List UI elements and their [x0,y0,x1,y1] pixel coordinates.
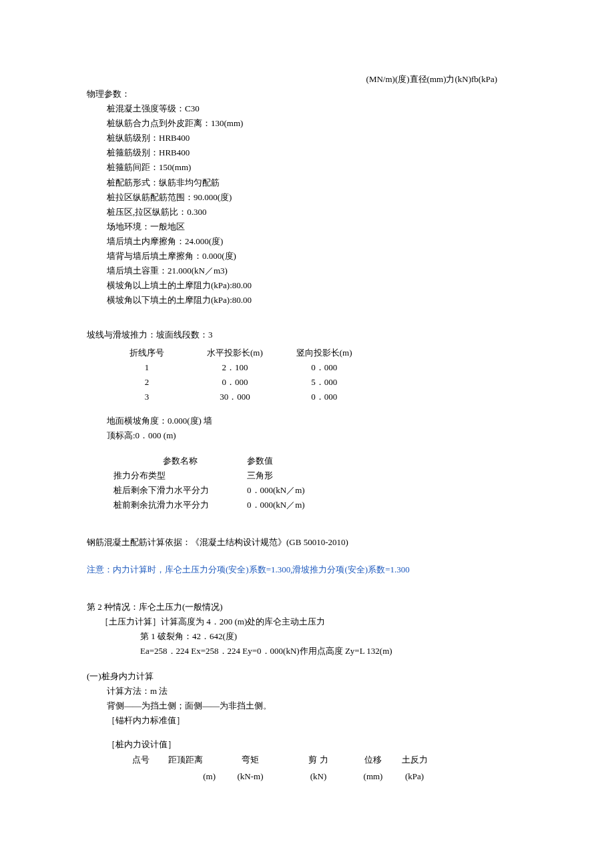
cell: (mm) [352,769,394,785]
cell: 0．000(kN／m) [247,498,305,512]
table-row: 推力分布类型 三角形 [113,468,305,483]
slope-section: 坡线与滑坡推力：坡面线段数：3 折线序号 水平投影长(m) 竖向投影长(m) 1… [87,328,527,512]
table-header-row: 点号 距顶距离 弯矩 剪 力 位移 土反力 [127,752,435,768]
calc-section: (一)桩身内力计算 计算方法：m 法 背侧——为挡土侧；面侧——为非挡土侧。 ［… [87,669,527,785]
cell: 5．000 [290,375,359,390]
case2-line2: 第 1 破裂角：42．642(度) [87,629,527,644]
note-line: 地面横坡角度：0.000(度) 墙 [107,414,527,428]
unit-legend: (MN/m)(度)直径(mm)力(kN)fb(kPa) [366,72,497,87]
table-header-row: 参数名称 参数值 [113,454,305,468]
col-header: 竖向投影长(m) [290,346,359,360]
cell: 桩后剩余下滑力水平分力 [113,483,247,498]
col-header: 折线序号 [113,346,180,360]
param-line: 墙背与墙后填土摩擦角：0.000(度) [107,249,527,264]
param-line: 横坡角以上填土的土摩阻力(kPa):80.00 [107,278,527,293]
param-line: 场地环境：一般地区 [107,220,527,234]
col-header: 弯矩 [216,752,284,768]
calc-heading: (一)桩身内力计算 [87,669,527,684]
cell: (kPa) [394,769,435,785]
case2-line1: ［土压力计算］计算高度为 4．200 (m)处的库仑主动土压力 [87,614,527,629]
table-row: 桩后剩余下滑力水平分力 0．000(kN／m) [113,483,305,498]
design-values-table: 点号 距顶距离 弯矩 剪 力 位移 土反力 (m) (kN-m) (kN) (m… [127,752,435,784]
cell: 2 [113,375,180,390]
col-header: 点号 [127,752,155,768]
param-line: 桩拉区纵筋配筋范围：90.000(度) [107,190,527,205]
param-line: 桩压区,拉区纵筋比：0.300 [107,205,527,220]
document-page: (MN/m)(度)直径(mm)力(kN)fb(kPa) 物理参数： 桩混凝土强度… [0,0,614,868]
cell: 1 [113,360,180,375]
table-unit-row: (m) (kN-m) (kN) (mm) (kPa) [127,769,435,785]
cell [127,769,155,785]
col-header: 土反力 [394,752,435,768]
case2-line3: Ea=258．224 Ex=258．224 Ey=0．000(kN)作用点高度 … [87,644,527,659]
param-line: 桩箍筋间距：150(mm) [107,160,527,175]
param-line: 墙后填土内摩擦角：24.000(度) [107,234,527,249]
design-title: ［桩内力设计值］ [87,737,527,752]
physics-heading: 物理参数： [87,87,527,101]
cell: 0．000 [180,375,290,390]
col-header: 剪 力 [284,752,352,768]
cell: 3 [113,390,180,404]
cell: 0．000(kN／m) [247,483,305,498]
push-param-table: 参数名称 参数值 推力分布类型 三角形 桩后剩余下滑力水平分力 0．000(kN… [113,454,305,512]
safety-notice: 注意：内力计算时，库仑土压力分项(安全)系数=1.300,滑坡推力分项(安全)系… [87,562,527,577]
slope-notes: 地面横坡角度：0.000(度) 墙 顶标高:0．000 (m) [87,414,527,443]
cell: 0．000 [290,360,359,375]
param-line: 桩配筋形式：纵筋非均匀配筋 [107,175,527,190]
col-header: 参数名称 [113,454,247,468]
cell: 推力分布类型 [113,468,247,483]
param-line: 桩纵筋级别：HRB400 [107,131,527,145]
col-header: 参数值 [247,454,305,468]
cell: (m) [155,769,216,785]
param-line: 横坡角以下填土的土摩阻力(kPa):80.00 [107,293,527,308]
table-row: 3 30．000 0．000 [113,390,359,404]
cell: 2．100 [180,360,290,375]
col-header: 位移 [352,752,394,768]
case2-section: 第 2 种情况：库仑土压力(一般情况) ［土压力计算］计算高度为 4．200 (… [87,600,527,659]
calc-method: 计算方法：m 法 [87,684,527,699]
param-line: 桩纵筋合力点到外皮距离：130(mm) [107,116,527,131]
cell: 30．000 [180,390,290,404]
cell: 0．000 [290,390,359,404]
rebar-basis: 钢筋混凝土配筋计算依据：《混凝土结构设计规范》(GB 50010-2010) [87,535,527,550]
polyline-table: 折线序号 水平投影长(m) 竖向投影长(m) 1 2．100 0．000 2 0… [113,346,359,404]
physics-list: 桩混凝土强度等级：C30 桩纵筋合力点到外皮距离：130(mm) 桩纵筋级别：H… [87,101,527,308]
param-line: 桩箍筋级别：HRB400 [107,145,527,160]
slope-heading: 坡线与滑坡推力：坡面线段数：3 [87,328,527,342]
physics-section: 物理参数： 桩混凝土强度等级：C30 桩纵筋合力点到外皮距离：130(mm) 桩… [87,87,527,308]
cell: 桩前剩余抗滑力水平分力 [113,498,247,512]
case2-heading: 第 2 种情况：库仑土压力(一般情况) [87,600,527,614]
param-line: 桩混凝土强度等级：C30 [107,101,527,116]
col-header: 距顶距离 [155,752,216,768]
table-row: 2 0．000 5．000 [113,375,359,390]
param-line: 墙后填土容重：21.000(kN／m3) [107,264,527,278]
calc-sides: 背侧——为挡土侧；面侧——为非挡土侧。 [87,699,527,713]
cell: 三角形 [247,468,305,483]
col-header: 水平投影长(m) [180,346,290,360]
anchor-title: ［锚杆内力标准值］ [87,713,527,728]
note-line: 顶标高:0．000 (m) [107,428,527,443]
table-row: 1 2．100 0．000 [113,360,359,375]
table-header-row: 折线序号 水平投影长(m) 竖向投影长(m) [113,346,359,360]
cell: (kN-m) [216,769,284,785]
cell: (kN) [284,769,352,785]
table-row: 桩前剩余抗滑力水平分力 0．000(kN／m) [113,498,305,512]
